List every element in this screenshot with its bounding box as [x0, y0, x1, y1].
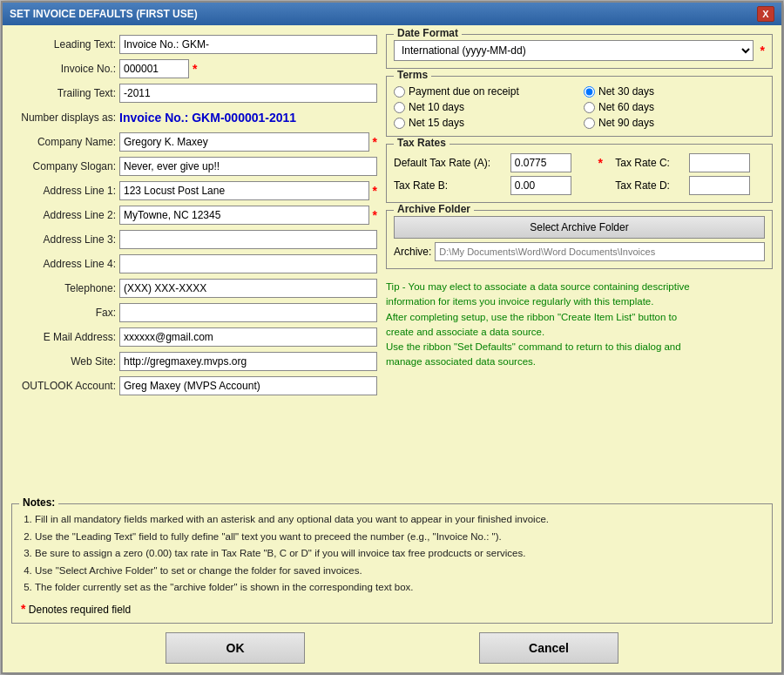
address3-label: Address Line 3: [11, 233, 116, 246]
date-format-select[interactable]: International (yyyy-MM-dd) US (MM-dd-yyy… [394, 40, 754, 61]
archive-path-input[interactable] [435, 242, 765, 261]
right-panel: Date Format International (yyyy-MM-dd) U… [386, 34, 773, 495]
leading-text-row: Leading Text: [11, 34, 377, 55]
rate-d-input[interactable] [689, 176, 750, 195]
terms-label-0: Payment due on receipt [409, 85, 519, 98]
tax-rates-group: Tax Rates Default Tax Rate (A): * Tax Ra… [386, 144, 773, 203]
dialog-window: SET INVOICE DEFAULTS (FIRST USE) X Leadi… [1, 1, 783, 674]
left-panel: Leading Text: Invoice No.: * Trailing Te… [11, 34, 377, 495]
company-name-input[interactable] [119, 132, 369, 152]
close-button[interactable]: X [757, 6, 774, 22]
email-label: E Mail Address: [11, 331, 116, 343]
tip-line3: After completing setup, use the ribbon "… [386, 312, 677, 322]
tip-line4: create and associate a data source. [386, 327, 544, 337]
telephone-label: Telephone: [11, 282, 116, 294]
address1-star: * [373, 184, 377, 198]
tip-line2: information for items you invoice regula… [386, 296, 653, 307]
terms-grid: Payment due on receipt Net 30 days Net 1… [394, 85, 765, 129]
terms-radio-5[interactable] [584, 118, 595, 129]
address1-row: Address Line 1: * [11, 180, 377, 201]
invoice-no-input[interactable] [119, 59, 189, 78]
note-item-2: Be sure to assign a zero (0.00) tax rate… [35, 545, 763, 563]
rate-b-input[interactable] [510, 176, 571, 195]
note-item-0: Fill in all mandatory fields marked with… [35, 511, 763, 529]
company-slogan-row: Company Slogan: [11, 156, 377, 177]
address1-label: Address Line 1: [11, 185, 116, 197]
select-archive-button[interactable]: Select Archive Folder [394, 216, 765, 239]
ok-button[interactable]: OK [166, 632, 305, 664]
telephone-input[interactable] [119, 279, 377, 298]
terms-option-3: Net 60 days [584, 101, 765, 113]
outlook-input[interactable] [119, 376, 377, 395]
terms-option-0: Payment due on receipt [394, 85, 575, 98]
content-area: Leading Text: Invoice No.: * Trailing Te… [3, 25, 781, 503]
number-displays-row: Number displays as: Invoice No.: GKM-000… [11, 107, 377, 128]
tip-section: Tip - You may elect to associate a data … [386, 280, 773, 370]
terms-label-4: Net 15 days [409, 117, 464, 129]
default-tax-label: Default Tax Rate (A): [394, 157, 505, 169]
rate-c-input[interactable] [689, 153, 750, 172]
notes-label: Notes: [19, 496, 58, 509]
address2-star: * [373, 208, 377, 222]
rate-b-label: Tax Rate B: [394, 179, 505, 192]
address4-input[interactable] [119, 254, 377, 273]
terms-option-1: Net 30 days [584, 85, 765, 98]
title-bar: SET INVOICE DEFAULTS (FIRST USE) X [3, 3, 781, 25]
terms-option-4: Net 15 days [394, 117, 575, 129]
tip-line1: Tip - You may elect to associate a data … [386, 281, 690, 292]
address2-label: Address Line 2: [11, 209, 116, 221]
address4-row: Address Line 4: [11, 253, 377, 274]
address2-row: Address Line 2: * [11, 205, 377, 226]
terms-option-2: Net 10 days [394, 101, 575, 113]
company-name-label: Company Name: [11, 136, 116, 148]
outlook-row: OUTLOOK Account: [11, 375, 377, 396]
website-input[interactable] [119, 352, 377, 371]
terms-radio-3[interactable] [584, 102, 595, 113]
date-format-group-label: Date Format [394, 27, 462, 39]
terms-radio-4[interactable] [394, 118, 405, 129]
notes-list: Fill in all mandatory fields marked with… [21, 511, 763, 597]
cancel-button[interactable]: Cancel [479, 632, 618, 664]
note-item-1: Use the "Leading Text" field to fully de… [35, 529, 763, 546]
invoice-no-row: Invoice No.: * [11, 58, 377, 79]
invoice-no-label: Invoice No.: [11, 63, 116, 75]
number-displays-label: Number displays as: [11, 111, 116, 124]
address3-row: Address Line 3: [11, 229, 377, 250]
fax-label: Fax: [11, 307, 116, 319]
terms-radio-1[interactable] [584, 86, 595, 98]
rate-c-label: Tax Rate C: [615, 157, 684, 169]
terms-radio-0[interactable] [394, 86, 405, 98]
terms-label-2: Net 10 days [409, 101, 464, 113]
terms-label-5: Net 90 days [598, 117, 654, 129]
date-format-star: * [760, 44, 765, 57]
address1-input[interactable] [119, 181, 369, 200]
note-item-3: Use "Select Archive Folder" to set or ch… [35, 563, 763, 580]
tax-rates-grid: Default Tax Rate (A): * Tax Rate C: Tax … [394, 153, 765, 195]
bottom-bar: OK Cancel [3, 624, 781, 672]
default-tax-input[interactable] [510, 153, 571, 172]
address2-input[interactable] [119, 206, 369, 225]
date-format-group: Date Format International (yyyy-MM-dd) U… [386, 34, 773, 69]
trailing-text-label: Trailing Text: [11, 87, 116, 99]
archive-label: Archive: [394, 246, 431, 258]
website-row: Web Site: [11, 351, 377, 372]
number-displays-value: Invoice No.: GKM-000001-2011 [119, 111, 296, 125]
date-format-row: International (yyyy-MM-dd) US (MM-dd-yyy… [394, 40, 765, 61]
trailing-text-input[interactable] [119, 84, 377, 103]
terms-label-1: Net 30 days [598, 85, 654, 98]
dialog-title: SET INVOICE DEFAULTS (FIRST USE) [10, 8, 198, 20]
leading-text-input[interactable] [119, 35, 377, 54]
terms-radio-2[interactable] [394, 102, 405, 113]
invoice-no-required-star: * [193, 62, 197, 76]
archive-folder-label: Archive Folder [394, 203, 474, 215]
company-slogan-input[interactable] [119, 157, 377, 176]
fax-input[interactable] [119, 303, 377, 322]
notes-section: Notes: Fill in all mandatory fields mark… [11, 503, 773, 624]
required-note-text: Denotes required field [29, 604, 131, 616]
address3-input[interactable] [119, 230, 377, 249]
email-input[interactable] [119, 327, 377, 347]
fax-row: Fax: [11, 302, 377, 323]
website-label: Web Site: [11, 355, 116, 368]
archive-folder-group: Archive Folder Select Archive Folder Arc… [386, 210, 773, 269]
tax-rates-group-label: Tax Rates [394, 137, 449, 149]
